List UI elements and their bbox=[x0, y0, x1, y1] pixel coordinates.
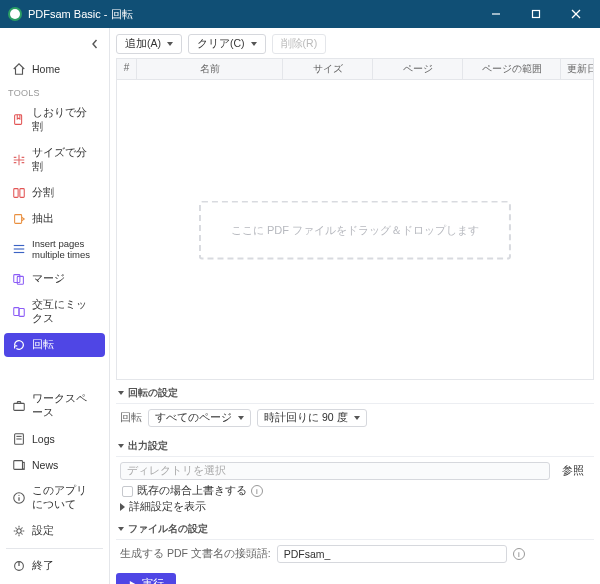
sidebar-item-label: 抽出 bbox=[32, 212, 54, 226]
button-label: 追加(A) bbox=[125, 37, 161, 51]
home-icon bbox=[12, 62, 26, 76]
svg-rect-1 bbox=[533, 11, 540, 18]
sidebar-item-news[interactable]: News bbox=[4, 453, 105, 477]
chevron-down-icon bbox=[354, 416, 360, 420]
col-range[interactable]: ページの範囲 bbox=[463, 59, 561, 79]
drop-zone[interactable]: ここに PDF ファイルをドラッグ＆ドロップします bbox=[199, 200, 511, 259]
sidebar-item-label: ワークスペース bbox=[32, 392, 97, 420]
col-name[interactable]: 名前 bbox=[137, 59, 283, 79]
chevron-down-icon bbox=[118, 391, 124, 395]
sidebar-item-split-bookmarks[interactable]: しおりで分割 bbox=[4, 101, 105, 139]
overwrite-checkbox[interactable] bbox=[122, 486, 133, 497]
sidebar-item-split-size[interactable]: サイズで分割 bbox=[4, 141, 105, 179]
file-table-header: # 名前 サイズ ページ ページの範囲 更新日 bbox=[116, 58, 594, 80]
output-directory-input[interactable]: ディレクトリを選択 bbox=[120, 462, 550, 480]
news-icon bbox=[12, 458, 26, 472]
sidebar-item-split[interactable]: 分割 bbox=[4, 181, 105, 205]
maximize-button[interactable] bbox=[516, 0, 556, 28]
input-value: PDFsam_ bbox=[284, 548, 331, 560]
button-label: 削除(R) bbox=[281, 37, 318, 51]
clear-button[interactable]: クリア(C) bbox=[188, 34, 266, 54]
briefcase-icon bbox=[12, 399, 26, 413]
checkbox-label: 既存の場合上書きする bbox=[137, 484, 247, 498]
file-table-body[interactable]: ここに PDF ファイルをドラッグ＆ドロップします bbox=[116, 80, 594, 380]
sidebar-item-label: Logs bbox=[32, 433, 55, 445]
chevron-right-icon bbox=[120, 503, 125, 511]
minimize-button[interactable] bbox=[476, 0, 516, 28]
chevron-down-icon bbox=[118, 444, 124, 448]
extract-icon bbox=[12, 212, 26, 226]
svg-rect-7 bbox=[15, 215, 22, 224]
rotate-scope-label: 回転 bbox=[120, 411, 142, 425]
sidebar-item-merge[interactable]: マージ bbox=[4, 267, 105, 291]
placeholder-text: ディレクトリを選択 bbox=[127, 464, 226, 478]
sidebar-item-alternate-mix[interactable]: 交互にミックス bbox=[4, 293, 105, 331]
sidebar-item-settings[interactable]: 設定 bbox=[4, 519, 105, 543]
chevron-down-icon bbox=[251, 42, 257, 46]
sidebar-item-label: 交互にミックス bbox=[32, 298, 97, 326]
sidebar-item-home[interactable]: Home bbox=[4, 57, 105, 81]
drop-zone-text: ここに PDF ファイルをドラッグ＆ドロップします bbox=[231, 223, 479, 235]
prefix-input[interactable]: PDFsam_ bbox=[277, 545, 507, 563]
info-icon[interactable]: i bbox=[251, 485, 263, 497]
col-size[interactable]: サイズ bbox=[283, 59, 373, 79]
sidebar-item-quit[interactable]: 終了 bbox=[4, 554, 105, 578]
svg-point-24 bbox=[17, 529, 21, 533]
sidebar-item-label: マージ bbox=[32, 272, 65, 286]
svg-rect-15 bbox=[14, 403, 25, 410]
add-button[interactable]: 追加(A) bbox=[116, 34, 182, 54]
split-icon bbox=[12, 186, 26, 200]
panel-title-text: 出力設定 bbox=[128, 439, 168, 453]
play-icon bbox=[128, 580, 137, 585]
button-label: クリア(C) bbox=[197, 37, 245, 51]
window-titlebar: PDFsam Basic - 回転 bbox=[0, 0, 600, 28]
button-label: 実行 bbox=[142, 577, 164, 584]
app-icon bbox=[8, 7, 22, 21]
svg-rect-5 bbox=[14, 189, 18, 198]
advanced-settings-expander[interactable]: 詳細設定を表示 bbox=[120, 500, 590, 514]
panel-rotate-settings: 回転の設定 回転 すべてのページ 時計回りに 90 度 bbox=[116, 386, 594, 433]
panel-title-filename[interactable]: ファイル名の設定 bbox=[116, 522, 594, 540]
file-toolbar: 追加(A) クリア(C) 削除(R) bbox=[110, 28, 600, 58]
sidebar-item-workspace[interactable]: ワークスペース bbox=[4, 387, 105, 425]
sidebar-item-label: Home bbox=[32, 63, 60, 75]
sidebar-item-insert-pages[interactable]: Insert pages multiple times bbox=[4, 233, 105, 265]
rotate-icon bbox=[12, 338, 26, 352]
sidebar-item-extract[interactable]: 抽出 bbox=[4, 207, 105, 231]
col-page[interactable]: ページ bbox=[373, 59, 463, 79]
run-button[interactable]: 実行 bbox=[116, 573, 176, 584]
col-date[interactable]: 更新日 bbox=[561, 59, 593, 79]
sidebar-item-rotate[interactable]: 回転 bbox=[4, 333, 105, 357]
select-value: すべてのページ bbox=[155, 411, 232, 425]
power-icon bbox=[12, 559, 26, 573]
sidebar-item-label: 設定 bbox=[32, 524, 54, 538]
sidebar-item-label: 分割 bbox=[32, 186, 54, 200]
svg-rect-4 bbox=[15, 115, 22, 125]
collapse-sidebar-button[interactable] bbox=[87, 36, 103, 52]
chevron-down-icon bbox=[118, 527, 124, 531]
insert-pages-icon bbox=[12, 242, 26, 256]
sidebar-item-label: 回転 bbox=[32, 338, 54, 352]
col-num: # bbox=[117, 59, 137, 79]
sidebar-item-label: このアプリについて bbox=[32, 484, 97, 512]
panel-filename-settings: ファイル名の設定 生成する PDF 文書名の接頭語: PDFsam_ i bbox=[116, 522, 594, 565]
close-button[interactable] bbox=[556, 0, 596, 28]
svg-rect-19 bbox=[14, 461, 23, 470]
rotate-scope-select[interactable]: すべてのページ bbox=[148, 409, 251, 427]
mix-icon bbox=[12, 305, 26, 319]
svg-rect-14 bbox=[19, 309, 24, 317]
rotate-angle-select[interactable]: 時計回りに 90 度 bbox=[257, 409, 367, 427]
sidebar-item-logs[interactable]: Logs bbox=[4, 427, 105, 451]
size-split-icon bbox=[12, 153, 26, 167]
sidebar-item-label: News bbox=[32, 459, 58, 471]
info-icon[interactable]: i bbox=[513, 548, 525, 560]
chevron-down-icon bbox=[167, 42, 173, 46]
divider bbox=[6, 548, 103, 549]
panel-title-rotate[interactable]: 回転の設定 bbox=[116, 386, 594, 404]
panel-output-settings: 出力設定 ディレクトリを選択 参照 既存の場合上書きする i 詳細設定を表示 bbox=[116, 439, 594, 516]
browse-button[interactable]: 参照 bbox=[556, 462, 590, 480]
panel-title-output[interactable]: 出力設定 bbox=[116, 439, 594, 457]
logs-icon bbox=[12, 432, 26, 446]
panel-title-text: 回転の設定 bbox=[128, 386, 178, 400]
sidebar-item-about[interactable]: このアプリについて bbox=[4, 479, 105, 517]
